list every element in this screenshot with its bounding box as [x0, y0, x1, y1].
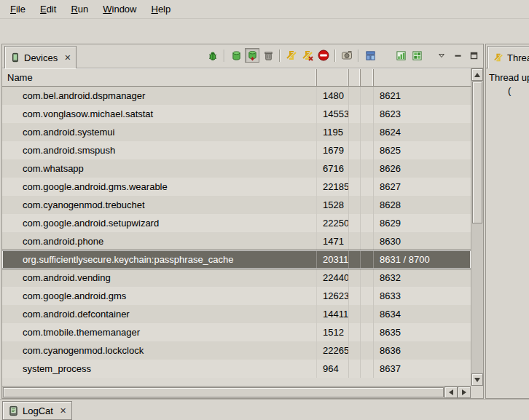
- scroll-up-button[interactable]: [471, 68, 483, 81]
- cause-gc-icon[interactable]: [261, 48, 275, 63]
- close-icon[interactable]: ✕: [64, 53, 71, 63]
- menu-help[interactable]: Help: [144, 1, 178, 17]
- process-col-b: [361, 159, 374, 178]
- table-row[interactable]: com.android.smspush 1679 8625: [2, 141, 471, 159]
- process-pid: 12623: [317, 287, 349, 305]
- process-port: 8637: [374, 360, 471, 378]
- tab-devices-label: Devices: [24, 52, 58, 63]
- threads-message-line1: Thread up: [489, 71, 529, 84]
- view-menu-icon[interactable]: [434, 48, 449, 63]
- pixel-grid-icon[interactable]: [410, 48, 424, 63]
- bottom-view-bar: LogCat ✕: [0, 399, 529, 420]
- process-col-a: [349, 196, 361, 214]
- table-row[interactable]: com.android.systemui 1195 8624: [2, 123, 471, 141]
- column-header-pid[interactable]: [317, 69, 349, 86]
- process-col-a: [349, 178, 361, 196]
- process-port: 8628: [374, 196, 471, 214]
- stop-process-icon[interactable]: [316, 48, 331, 63]
- process-col-b: [361, 287, 374, 305]
- table-row[interactable]: com.google.android.gms 12623 8633: [2, 287, 471, 305]
- process-col-a: [349, 123, 361, 141]
- menu-file[interactable]: File: [3, 1, 33, 17]
- scroll-right-button[interactable]: [458, 387, 471, 398]
- process-col-a: [349, 87, 361, 105]
- process-col-a: [349, 141, 361, 159]
- maximize-icon[interactable]: [466, 48, 481, 63]
- process-name: com.whatsapp: [2, 159, 317, 178]
- dump-hprof-icon[interactable]: [245, 48, 259, 63]
- screen-capture-icon[interactable]: [340, 48, 354, 63]
- devices-pane-header: Devices ✕: [2, 44, 483, 68]
- debug-process-icon[interactable]: [205, 48, 220, 63]
- main-toolbar: [0, 19, 529, 44]
- process-name: com.android.phone: [2, 232, 317, 250]
- process-col-a: [349, 250, 361, 269]
- horizontal-scrollbar[interactable]: [2, 386, 471, 398]
- table-row[interactable]: com.android.phone 1471 8630: [2, 232, 471, 250]
- table-row[interactable]: com.whatsapp 6716 8626: [2, 159, 471, 178]
- table-row[interactable]: com.google.android.gms.wearable 22185 86…: [2, 178, 471, 196]
- table-row[interactable]: com.vonglasow.michael.satstat 14553 8623: [2, 105, 471, 123]
- table-row[interactable]: com.cyanogenmod.lockclock 22265 8636: [2, 341, 471, 360]
- process-port: 8625: [374, 141, 471, 159]
- process-col-b: [361, 305, 374, 323]
- horizontal-scroll-thumb[interactable]: [3, 387, 444, 397]
- start-method-profiling-icon[interactable]: [300, 48, 315, 63]
- tab-devices[interactable]: Devices ✕: [4, 46, 77, 68]
- process-name: system_process: [2, 360, 317, 378]
- arrow-left-icon: [449, 389, 453, 395]
- table-row[interactable]: com.cyanogenmod.trebuchet 1528 8628: [2, 196, 471, 214]
- process-col-b: [361, 269, 374, 287]
- process-col-a: [349, 105, 361, 123]
- process-name: com.android.systemui: [2, 123, 317, 141]
- process-name: com.bel.android.dspmanager: [2, 87, 317, 105]
- process-col-b: [361, 360, 374, 378]
- process-port: 8633: [374, 287, 471, 305]
- table-row[interactable]: system_process 964 8637: [2, 360, 471, 378]
- table-row[interactable]: com.tmobile.thememanager 1512 8635: [2, 323, 471, 341]
- scroll-down-button[interactable]: [471, 373, 483, 386]
- process-name: com.google.android.gms: [2, 287, 317, 305]
- threads-message: Thread up (: [486, 68, 529, 98]
- process-pid: 14553: [317, 105, 349, 123]
- process-pid: 1679: [317, 141, 349, 159]
- scroll-left-button[interactable]: [444, 387, 458, 398]
- process-col-b: [361, 105, 374, 123]
- column-header-a[interactable]: [349, 69, 361, 86]
- process-name: com.cyanogenmod.trebuchet: [2, 196, 317, 214]
- toolbar-separator: [334, 49, 336, 62]
- close-icon[interactable]: ✕: [60, 406, 66, 416]
- arrow-down-icon: [474, 378, 480, 382]
- vertical-scrollbar[interactable]: [471, 68, 483, 386]
- column-header-port[interactable]: [374, 69, 471, 86]
- menu-run[interactable]: Run: [63, 1, 95, 17]
- process-port: 8635: [374, 323, 471, 341]
- devices-pane: Devices ✕: [1, 44, 484, 399]
- column-header-name[interactable]: Name: [2, 69, 317, 86]
- process-pid: 14411: [317, 305, 349, 323]
- process-port: 8636: [374, 341, 471, 360]
- menubar: File Edit Run Window Help: [0, 0, 529, 19]
- arrow-up-icon: [474, 73, 480, 77]
- process-rows: com.bel.android.dspmanager 1480 8621 com…: [2, 87, 471, 386]
- process-col-b: [361, 123, 374, 141]
- menu-window[interactable]: Window: [95, 1, 144, 17]
- minimize-icon[interactable]: [450, 48, 465, 63]
- update-heap-icon[interactable]: [229, 48, 243, 63]
- tab-logcat-label: LogCat: [23, 405, 53, 416]
- table-row[interactable]: com.android.vending 22440 8632: [2, 269, 471, 287]
- menu-edit[interactable]: Edit: [33, 1, 63, 17]
- tab-logcat[interactable]: LogCat ✕: [2, 401, 72, 420]
- tab-threads[interactable]: Threads: [487, 46, 529, 68]
- vertical-scroll-thumb[interactable]: [472, 82, 482, 223]
- table-row[interactable]: com.google.android.setupwizard 22250 862…: [2, 214, 471, 232]
- column-header-b[interactable]: [361, 69, 374, 86]
- dump-view-hierarchy-icon[interactable]: [363, 48, 377, 63]
- update-threads-icon[interactable]: [284, 48, 299, 63]
- table-row[interactable]: com.android.defcontainer 14411 8634: [2, 305, 471, 323]
- capture-system-info-icon[interactable]: [393, 48, 408, 63]
- table-row[interactable]: org.sufficientlysecure.keychain:passphra…: [2, 250, 471, 269]
- process-pid: 22265: [317, 341, 349, 360]
- process-port: 8630: [374, 232, 471, 250]
- table-row[interactable]: com.bel.android.dspmanager 1480 8621: [2, 87, 471, 105]
